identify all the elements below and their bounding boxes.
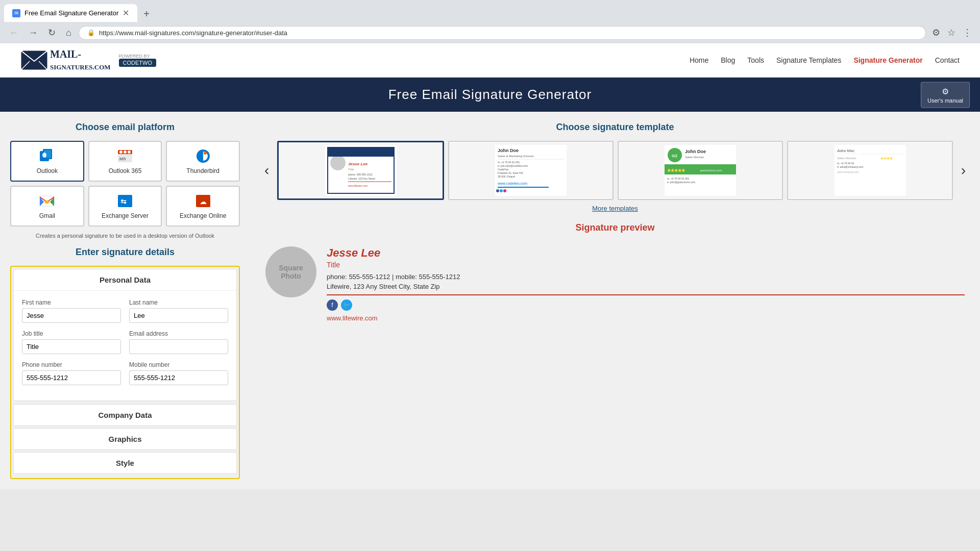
template-item-4[interactable]: Adra Mac Sales Director ⭐⭐⭐⭐ m: +0 75 64… <box>787 141 952 200</box>
active-tab[interactable]: ✉ Free Email Signature Generator ✕ <box>4 4 137 22</box>
svg-text:⭐⭐⭐⭐: ⭐⭐⭐⭐ <box>880 157 893 160</box>
nav-tools[interactable]: Tools <box>747 56 764 64</box>
svg-text:e: adra@company.com: e: adra@company.com <box>837 165 863 168</box>
template-item-3[interactable]: GZ John Doe Sales Director ⭐⭐⭐⭐⭐ greenZo… <box>618 141 783 200</box>
logo-envelope-icon <box>20 50 48 70</box>
svg-text:www.company.com: www.company.com <box>837 170 859 173</box>
carousel-next-button[interactable]: › <box>957 160 970 181</box>
gmail-label: Gmail <box>39 212 55 219</box>
bookmark-icon[interactable]: ☆ <box>945 25 958 40</box>
browser-chrome: ✉ Free Email Signature Generator ✕ + ← →… <box>0 0 980 43</box>
template-carousel: ‹ Jesse Lee Title <box>260 141 970 200</box>
svg-text:Adra Mac: Adra Mac <box>837 148 854 153</box>
platform-outlook365[interactable]: 365 Outlook 365 <box>88 141 162 182</box>
last-name-field: Last name <box>129 299 228 323</box>
preview-website-link[interactable]: www.lifewire.com <box>327 314 378 322</box>
svg-point-25 <box>330 155 346 170</box>
platform-gmail[interactable]: Gmail <box>10 186 84 227</box>
first-name-input[interactable] <box>22 308 121 323</box>
template-item-2[interactable]: John Doe Sales & Marketing Director m: +… <box>448 141 614 200</box>
svg-text:John Doe: John Doe <box>685 149 706 154</box>
forward-button[interactable]: → <box>26 26 41 40</box>
user-manual-button[interactable]: ⚙ User's manual <box>921 82 970 108</box>
site-nav: Home Blog Tools Signature Templates Sign… <box>690 56 960 64</box>
nav-signature-generator[interactable]: Signature Generator <box>853 56 922 64</box>
job-title-field: Job title <box>22 330 121 354</box>
job-email-row: Job title Email address <box>22 330 228 354</box>
choose-platform-title: Choose email platform <box>10 122 240 133</box>
facebook-icon[interactable]: f <box>327 299 338 311</box>
more-templates-link-area: More templates <box>260 204 970 212</box>
svg-text:John Doe: John Doe <box>498 148 519 153</box>
more-templates-link[interactable]: More templates <box>592 205 638 212</box>
nav-signature-templates[interactable]: Signature Templates <box>776 56 841 64</box>
email-input[interactable] <box>129 339 228 354</box>
preview-job-title: Title <box>327 261 965 269</box>
outlook-label: Outlook <box>37 167 58 174</box>
new-tab-button[interactable]: + <box>137 6 156 22</box>
svg-point-44 <box>496 189 499 192</box>
svg-text:m: +0 75 64 91: m: +0 75 64 91 <box>837 162 854 165</box>
tab-close-button[interactable]: ✕ <box>122 8 129 18</box>
job-title-input[interactable] <box>22 339 121 354</box>
exchange-label: Exchange Server <box>102 212 149 219</box>
svg-point-17 <box>204 152 207 155</box>
twitter-icon[interactable]: 🐦 <box>341 299 352 311</box>
company-data-header[interactable]: Company Data <box>14 405 236 425</box>
lock-icon: 🔒 <box>87 29 95 36</box>
last-name-input[interactable] <box>129 308 228 323</box>
svg-text:Jesse Lee: Jesse Lee <box>348 162 368 166</box>
powered-by-text: POWERED BY <box>119 54 150 59</box>
svg-text:365: 365 <box>119 157 126 161</box>
company-data-section: Company Data <box>13 404 237 426</box>
address-bar[interactable]: 🔒 https://www.mail-signatures.com/signat… <box>79 26 926 40</box>
exchange-online-icon: ☁ <box>195 193 211 209</box>
platform-outlook[interactable]: Outlook <box>10 141 84 182</box>
template-item-1[interactable]: Jesse Lee Title phone: 555-555-1212 Life… <box>277 141 444 200</box>
carousel-prev-button[interactable]: ‹ <box>260 160 273 181</box>
phone-label: Phone number <box>22 361 121 368</box>
mobile-input[interactable] <box>129 370 228 385</box>
first-name-field: First name <box>22 299 121 323</box>
svg-text:Lifewire, 123 Any Street: Lifewire, 123 Any Street <box>348 177 375 180</box>
thunderbird-icon <box>195 148 211 164</box>
graphics-header[interactable]: Graphics <box>14 429 236 449</box>
style-section: Style <box>13 452 237 474</box>
phone-value: 555-555-1212 <box>349 273 390 281</box>
preview-section: Signature preview Square Photo Jesse Lee… <box>260 222 970 327</box>
phone-row: Phone number Mobile number <box>22 361 228 385</box>
menu-icon[interactable]: ⋮ <box>961 25 974 40</box>
nav-contact[interactable]: Contact <box>935 56 960 64</box>
template-thumb-3: GZ John Doe Sales Director ⭐⭐⭐⭐⭐ greenZo… <box>619 142 782 198</box>
svg-text:m: +0 75 64 91 001: m: +0 75 64 91 001 <box>667 177 689 180</box>
gmail-icon <box>39 193 55 209</box>
back-button[interactable]: ← <box>6 26 21 40</box>
template-thumb-2: John Doe Sales & Marketing Director m: +… <box>449 142 612 198</box>
home-button[interactable]: ⌂ <box>63 26 75 40</box>
first-name-label: First name <box>22 299 121 306</box>
phone-input[interactable] <box>22 370 121 385</box>
site-header: MAIL-SIGNATURES.COM POWERED BY CODETWO H… <box>0 43 980 78</box>
svg-text:Sales & Marketing Director: Sales & Marketing Director <box>498 155 534 158</box>
svg-point-7 <box>42 153 46 158</box>
nav-home[interactable]: Home <box>690 56 708 64</box>
platform-thunderbird[interactable]: Thunderbird <box>166 141 240 182</box>
personal-data-section: Personal Data First name Last name <box>13 269 237 401</box>
svg-text:Sales Director: Sales Director <box>837 157 856 160</box>
personal-data-header[interactable]: Personal Data <box>14 269 236 291</box>
nav-blog[interactable]: Blog <box>721 56 735 64</box>
svg-text:Sales Director: Sales Director <box>685 156 704 159</box>
preview-contact-line: phone: 555-555-1212 | mobile: 555-555-12… <box>327 273 965 281</box>
svg-point-46 <box>503 189 506 192</box>
right-panel: Choose signature template ‹ <box>250 112 980 489</box>
toolbar-icons: ⚙ ☆ ⋮ <box>930 25 974 40</box>
outlook-icon <box>39 148 55 164</box>
reload-button[interactable]: ↻ <box>45 25 59 40</box>
browser-toolbar: ← → ↻ ⌂ 🔒 https://www.mail-signatures.co… <box>0 22 980 43</box>
svg-text:e: john.doe@codefwo.com: e: john.doe@codefwo.com <box>498 164 528 167</box>
style-header[interactable]: Style <box>14 453 236 473</box>
platform-exchange[interactable]: ⇆ Exchange Server <box>88 186 162 227</box>
platform-exchange-online[interactable]: ☁ Exchange Online <box>166 186 240 227</box>
form-outer: Personal Data First name Last name <box>10 266 240 479</box>
extensions-icon[interactable]: ⚙ <box>930 25 942 40</box>
